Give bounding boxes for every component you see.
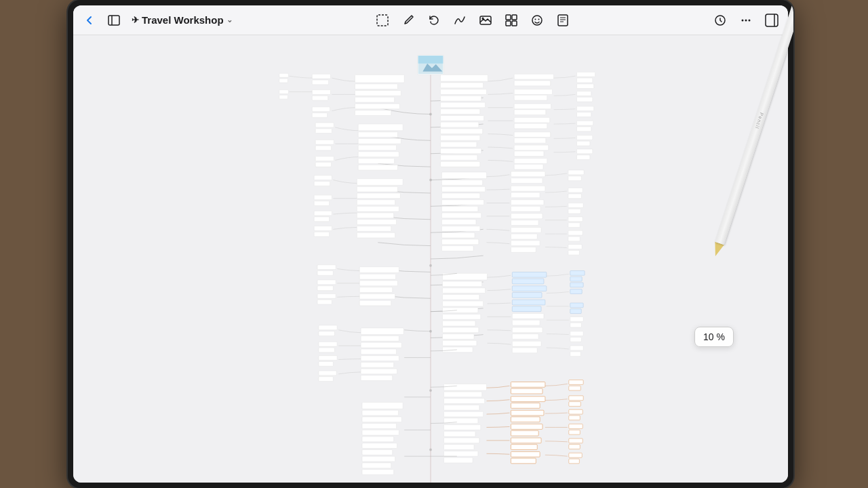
svg-rect-56	[357, 179, 403, 186]
svg-rect-146	[511, 227, 541, 232]
svg-rect-172	[319, 342, 337, 346]
svg-rect-98	[441, 161, 480, 167]
emoji-tool-button[interactable]	[526, 9, 548, 31]
svg-rect-134	[442, 226, 480, 231]
svg-rect-69	[314, 211, 332, 216]
svg-rect-246	[511, 445, 537, 450]
svg-rect-49	[358, 165, 397, 170]
svg-rect-222	[570, 338, 582, 342]
svg-point-19	[749, 19, 751, 21]
svg-rect-215	[570, 283, 583, 287]
svg-rect-232	[443, 431, 475, 436]
svg-rect-143	[511, 206, 540, 211]
back-button[interactable]	[79, 9, 100, 31]
panel-toggle-button[interactable]	[761, 9, 783, 31]
select-tool-button[interactable]	[372, 9, 393, 31]
svg-rect-65	[314, 176, 332, 180]
svg-rect-218	[570, 309, 582, 314]
svg-rect-35	[312, 90, 330, 95]
svg-point-266	[429, 449, 432, 451]
svg-rect-249	[569, 380, 583, 385]
svg-rect-255	[569, 424, 583, 429]
svg-rect-209	[512, 327, 542, 333]
svg-rect-123	[576, 141, 589, 146]
svg-rect-8	[512, 21, 517, 26]
svg-rect-85	[441, 75, 488, 81]
svg-rect-204	[512, 293, 542, 298]
svg-rect-27	[355, 75, 404, 83]
svg-rect-63	[357, 226, 391, 231]
sidebar-toggle-button[interactable]	[103, 9, 125, 31]
note-tool-button[interactable]	[552, 9, 574, 31]
svg-rect-216	[570, 289, 582, 294]
undo-button[interactable]	[423, 9, 445, 31]
svg-rect-183	[362, 436, 394, 442]
svg-rect-45	[358, 138, 401, 144]
svg-rect-173	[319, 348, 334, 352]
canvas[interactable]: 10 %	[73, 35, 788, 483]
svg-rect-92	[441, 122, 479, 127]
svg-rect-128	[442, 186, 486, 192]
svg-rect-73	[359, 267, 399, 273]
svg-rect-187	[362, 463, 391, 468]
svg-rect-239	[511, 396, 545, 402]
svg-rect-30	[355, 97, 394, 102]
svg-rect-32	[355, 110, 391, 116]
svg-rect-6	[512, 15, 517, 20]
svg-rect-46	[358, 145, 396, 150]
svg-rect-175	[319, 361, 333, 366]
svg-rect-179	[362, 410, 398, 415]
svg-rect-234	[443, 445, 474, 450]
svg-rect-219	[570, 317, 583, 321]
svg-rect-57	[357, 186, 397, 192]
svg-rect-105	[514, 117, 549, 123]
image-tool-button[interactable]	[475, 9, 496, 31]
svg-rect-114	[576, 78, 592, 83]
svg-rect-180	[362, 417, 401, 422]
svg-rect-95	[441, 142, 477, 147]
svg-rect-36	[312, 96, 328, 100]
svg-rect-220	[570, 323, 582, 327]
svg-rect-106	[514, 123, 547, 129]
svg-rect-81	[317, 280, 336, 285]
svg-rect-138	[511, 171, 545, 177]
svg-rect-226	[443, 392, 481, 397]
svg-rect-225	[443, 384, 486, 390]
pen-tool-button[interactable]	[397, 9, 419, 31]
history-button[interactable]	[709, 9, 731, 31]
svg-rect-108	[514, 138, 546, 143]
svg-rect-111	[514, 159, 547, 164]
svg-rect-127	[442, 180, 483, 186]
svg-rect-91	[441, 115, 484, 121]
svg-rect-256	[569, 430, 580, 434]
svg-rect-72	[314, 232, 329, 237]
svg-point-9	[532, 16, 542, 25]
svg-rect-233	[443, 438, 479, 443]
svg-rect-99	[514, 74, 553, 79]
svg-rect-205	[512, 300, 545, 305]
svg-rect-64	[357, 232, 395, 238]
svg-rect-141	[511, 192, 540, 198]
svg-rect-119	[576, 113, 591, 117]
curve-tool-button[interactable]	[449, 9, 471, 31]
more-button[interactable]	[735, 9, 757, 31]
svg-rect-142	[511, 200, 544, 205]
svg-rect-240	[511, 403, 540, 409]
svg-rect-100	[514, 81, 550, 86]
svg-rect-160	[568, 245, 582, 249]
document-name: Travel Workshop	[142, 14, 224, 26]
svg-rect-97	[441, 155, 477, 161]
layout-tool-button[interactable]	[500, 9, 522, 31]
svg-rect-126	[442, 172, 487, 179]
svg-rect-193	[442, 301, 483, 306]
pencil-label: Pencil	[755, 112, 764, 129]
svg-rect-103	[514, 104, 551, 109]
svg-rect-252	[569, 402, 580, 407]
svg-rect-203	[512, 286, 546, 291]
svg-point-264	[429, 330, 432, 333]
svg-rect-136	[442, 239, 479, 245]
svg-rect-247	[511, 451, 540, 457]
svg-rect-116	[576, 92, 591, 96]
svg-rect-137	[442, 246, 474, 251]
document-title[interactable]: ✈ Travel Workshop ⌄	[127, 12, 237, 28]
